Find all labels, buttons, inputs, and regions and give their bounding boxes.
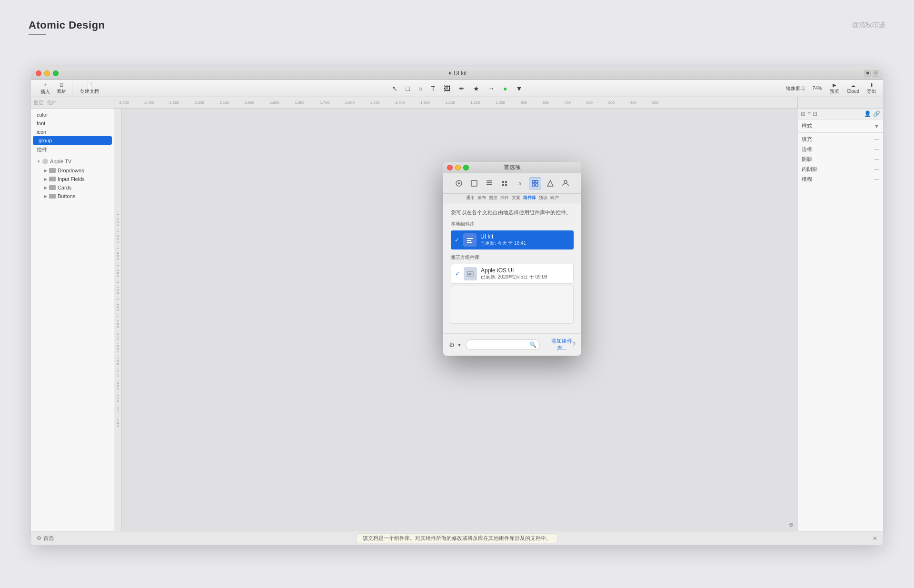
sidebar-child-inputfields[interactable]: ▶ Input Fields [31, 175, 114, 183]
style-label: 样式 [802, 122, 812, 130]
page-title: Atomic Design [29, 19, 105, 31]
style-header: 样式 ▼ [798, 120, 883, 133]
tool-text[interactable]: T [428, 84, 438, 93]
svg-rect-17 [467, 240, 471, 241]
sidebar-item-controls[interactable]: 控件 [31, 145, 114, 155]
modal-chevron-icon[interactable]: ▼ [457, 342, 462, 348]
sidebar-item-icon[interactable]: icon [31, 128, 114, 136]
modal-tab-layers[interactable] [483, 177, 496, 189]
nav-toolbar: 图层 组件 -2,500-2,400-2,300-2,200-2,100-2,0… [31, 97, 883, 109]
components-nav: 组件 [47, 100, 57, 106]
shadow-row: 阴影 — [802, 156, 879, 163]
status-settings[interactable]: ⚙ 首选 [37, 535, 54, 542]
inner-shadow-value: — [874, 167, 879, 172]
sidebar-items: color font icon group 控件 [31, 109, 114, 531]
sidebar-section-appletv-header[interactable]: ▼ Apple TV [31, 157, 114, 166]
svg-rect-6 [502, 181, 504, 183]
preview-button[interactable]: ▶ 预览 [827, 81, 842, 96]
tool-image[interactable]: 🖼 [441, 84, 453, 93]
page-watermark: @清秋印迹 [852, 21, 885, 30]
center-tools: ↖ □ ○ T 🖼 ✒ ★ → ● ▼ [389, 84, 526, 93]
nav-right [797, 97, 883, 108]
tool-oval[interactable]: ○ [416, 84, 425, 93]
modal-tab-libraries[interactable] [529, 177, 541, 189]
close-button[interactable] [36, 70, 41, 76]
modal-empty-library-area [451, 286, 574, 324]
modal-gear-icon[interactable]: ⚙ [449, 341, 455, 349]
sidebar-item-color[interactable]: color [31, 110, 114, 119]
sidebar-item-group[interactable]: group [33, 136, 112, 145]
title-btn-1[interactable]: ⊞ [864, 70, 871, 77]
modal-close-button[interactable] [447, 165, 453, 170]
local-library-item-uikit[interactable]: ✓ UI kit 已更新: 今天 于 16:41 [451, 230, 574, 249]
assets-button[interactable]: ⊡ 素材 [54, 81, 69, 96]
minimize-button[interactable] [44, 70, 50, 76]
settings-icon: ⚙ [37, 535, 41, 541]
maximize-button[interactable] [53, 70, 59, 76]
chevron-right-icon-3: ▶ [44, 186, 47, 190]
svg-rect-11 [532, 180, 535, 183]
modal-tab-canvas[interactable] [468, 177, 480, 189]
modal-search-input[interactable] [466, 339, 540, 350]
zoom-button[interactable]: 74% [810, 85, 825, 92]
sidebar-child-buttons[interactable]: ▶ Buttons [31, 192, 114, 200]
nav-left: 图层 组件 [31, 97, 114, 108]
title-btn-2[interactable]: ⊟ [873, 70, 879, 77]
sidebar-item-font[interactable]: font [31, 119, 114, 128]
appletv-icon [42, 159, 48, 164]
tool-star[interactable]: ★ [470, 84, 482, 93]
apple-library-item[interactable]: ✓ Apple iOS UI 已更新: 2020年2月5日 于 09:09 [451, 264, 574, 284]
tool-pen[interactable]: ✒ [456, 84, 467, 93]
status-close-button[interactable]: ✕ [873, 535, 877, 542]
modal-tab-general[interactable] [453, 177, 465, 189]
apple-library-name: Apple iOS UI [481, 267, 569, 274]
modal-tab-text[interactable]: A [514, 177, 526, 189]
insert-button[interactable]: ＋ 插入 [38, 80, 53, 96]
distribute-icon[interactable]: ≡ [807, 110, 811, 117]
tool-green-circle[interactable]: ● [500, 84, 510, 93]
create-button[interactable]: 📄 创建文档 [77, 81, 102, 96]
export-button[interactable]: ⬆ 导出 [864, 81, 879, 96]
style-dropdown-icon[interactable]: ▼ [874, 123, 879, 129]
tool-rect[interactable]: □ [403, 84, 413, 93]
svg-rect-18 [467, 242, 472, 243]
left-sidebar: color font icon group 控件 [31, 109, 114, 531]
local-library-label: 本地组件库 [451, 221, 574, 228]
user-icon[interactable]: 👤 [864, 110, 871, 117]
spacing-icon[interactable]: ⊟ [813, 110, 817, 117]
corner-settings-icon[interactable]: ⊕ [789, 521, 794, 528]
cloud-button[interactable]: ☁ Cloud [844, 82, 862, 95]
sidebar-child-cards[interactable]: ▶ Cards [31, 183, 114, 192]
mirror-button[interactable]: 镜像窗口 [783, 84, 808, 93]
zoom-label: 74% [813, 86, 822, 91]
insert-icon: ＋ [43, 81, 48, 88]
svg-rect-14 [536, 184, 538, 186]
sidebar-item-controls-label: 控件 [37, 146, 47, 153]
modal-tab-plugins[interactable] [498, 177, 511, 189]
toolbar-insert-group: ＋ 插入 ⊡ 素材 [35, 80, 72, 96]
tool-more[interactable]: ▼ [513, 84, 526, 93]
modal-tab-account[interactable] [559, 177, 572, 189]
chevron-down-icon: ▼ [37, 159, 40, 164]
sidebar-item-color-label: color [37, 112, 48, 118]
canvas-corner-icons: ⊕ [789, 521, 794, 528]
modal-maximize-button[interactable] [463, 165, 469, 170]
chevron-right-icon-2: ▶ [44, 177, 47, 181]
inner-shadow-label: 内阴影 [802, 166, 817, 173]
modal-minimize-button[interactable] [455, 165, 461, 170]
search-icon: 🔍 [529, 341, 536, 348]
modal-tab-presets[interactable] [544, 177, 556, 189]
tool-select[interactable]: ↖ [389, 84, 400, 93]
shadow-value: — [874, 157, 879, 162]
modal-add-library-button[interactable]: 添加组件库... [551, 338, 572, 352]
modal-tab-labels: 通用 画布 图层 插件 文案 组件库 预设 账户 [443, 194, 581, 203]
border-row: 边框 — [802, 146, 879, 153]
align-icon[interactable]: ⊞ [801, 110, 805, 117]
chevron-right-icon-4: ▶ [44, 194, 47, 199]
modal-help-button[interactable]: ? [572, 341, 576, 348]
tab-label-text: 文案 [512, 195, 520, 201]
sidebar-child-dropdowns[interactable]: ▶ Dropdowns [31, 166, 114, 175]
link-icon[interactable]: 🔗 [873, 110, 880, 117]
title-bar-right: ⊞ ⊟ [864, 70, 879, 77]
tool-arrow[interactable]: → [485, 84, 497, 93]
